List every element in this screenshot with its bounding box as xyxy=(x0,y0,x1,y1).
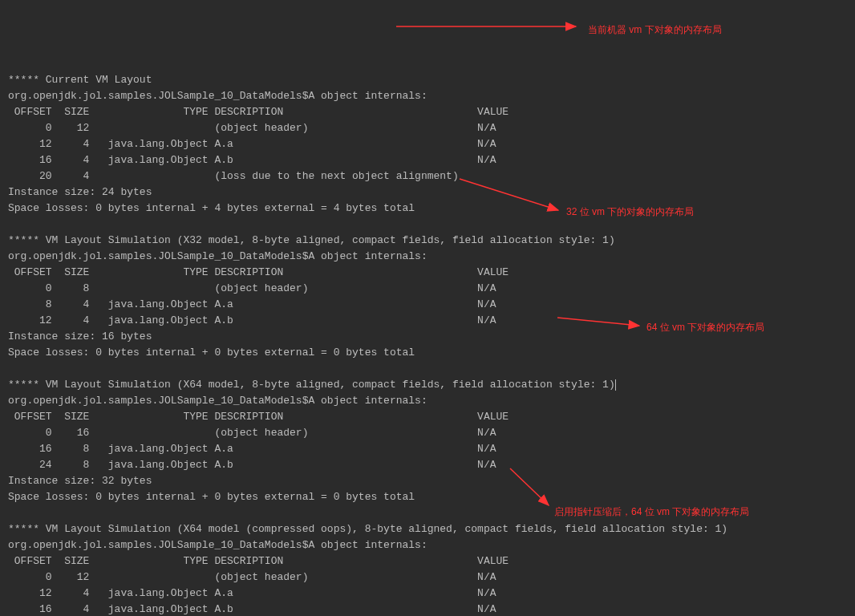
class-info: org.openjdk.jol.samples.JOLSample_10_Dat… xyxy=(8,393,847,409)
data-row: 0 12 (object header) N/A xyxy=(8,120,847,136)
column-header: OFFSET SIZE TYPE DESCRIPTION VALUE xyxy=(8,104,847,120)
instance-size: Instance size: 32 bytes xyxy=(8,473,847,489)
data-row: 8 4 java.lang.Object A.a N/A xyxy=(8,297,847,313)
data-row: 16 8 java.lang.Object A.a N/A xyxy=(8,441,847,457)
annotation-label: 32 位 vm 下的对象的内存布局 xyxy=(566,204,694,220)
column-header: OFFSET SIZE TYPE DESCRIPTION VALUE xyxy=(8,409,847,425)
section-header: ***** VM Layout Simulation (X32 model, 8… xyxy=(8,233,847,249)
section-header: ***** VM Layout Simulation (X64 model, 8… xyxy=(8,377,847,393)
data-row: 0 8 (object header) N/A xyxy=(8,281,847,297)
space-losses: Space losses: 0 bytes internal + 4 bytes… xyxy=(8,201,847,217)
data-row: 12 4 java.lang.Object A.a N/A xyxy=(8,586,847,602)
space-losses: Space losses: 0 bytes internal + 0 bytes… xyxy=(8,345,847,361)
data-row: 16 4 java.lang.Object A.b N/A xyxy=(8,602,847,616)
blank-line xyxy=(8,217,847,233)
section-header: ***** VM Layout Simulation (X64 model (c… xyxy=(8,521,847,537)
class-info: org.openjdk.jol.samples.JOLSample_10_Dat… xyxy=(8,249,847,265)
annotation-label: 当前机器 vm 下对象的内存布局 xyxy=(588,22,722,38)
section-header: ***** Current VM Layout xyxy=(8,72,847,88)
class-info: org.openjdk.jol.samples.JOLSample_10_Dat… xyxy=(8,88,847,104)
data-row: 20 4 (loss due to the next object alignm… xyxy=(8,168,847,184)
column-header: OFFSET SIZE TYPE DESCRIPTION VALUE xyxy=(8,265,847,281)
data-row: 24 8 java.lang.Object A.b N/A xyxy=(8,457,847,473)
class-info: org.openjdk.jol.samples.JOLSample_10_Dat… xyxy=(8,537,847,553)
annotation-label: 启用指针压缩后，64 位 vm 下对象的内存布局 xyxy=(554,504,749,520)
instance-size: Instance size: 24 bytes xyxy=(8,184,847,201)
terminal-output: ***** Current VM Layoutorg.openjdk.jol.s… xyxy=(8,72,847,616)
blank-line xyxy=(8,361,847,377)
annotation-label: 64 位 vm 下对象的内存布局 xyxy=(646,319,764,335)
space-losses: Space losses: 0 bytes internal + 0 bytes… xyxy=(8,489,847,505)
data-row: 16 4 java.lang.Object A.b N/A xyxy=(8,152,847,168)
data-row: 12 4 java.lang.Object A.a N/A xyxy=(8,136,847,152)
data-row: 0 12 (object header) N/A xyxy=(8,569,847,586)
data-row: 0 16 (object header) N/A xyxy=(8,425,847,441)
column-header: OFFSET SIZE TYPE DESCRIPTION VALUE xyxy=(8,553,847,569)
